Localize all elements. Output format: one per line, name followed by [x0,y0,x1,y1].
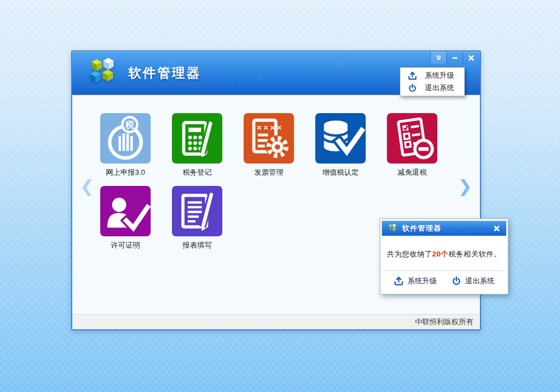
desktop-background: { "window": { "title": "软件管理器", "control… [0,0,560,392]
menu-item-label: 退出系统 [425,83,454,93]
software-manager-dialog: 软件管理器 共为您收纳了20个税务相关软件。 系统升级 退出系统 [380,219,508,294]
titlebar: 软件管理器 系统升级 [72,52,480,95]
app-label: 网上申报3.0 [100,167,151,178]
dialog-message: 共为您收纳了20个税务相关软件。 [382,236,506,270]
upgrade-upload-icon [408,71,417,81]
app-vat-determination[interactable]: 增值税认定 [315,113,366,178]
message-prefix: 共为您收纳了 [387,250,432,258]
app-label: 减免退税 [387,167,437,178]
menu-item-exit-system[interactable]: 退出系统 [400,82,464,94]
power-icon [408,83,417,93]
checklist-minus-icon[interactable] [387,113,437,164]
calculator-pen-icon[interactable] [172,113,222,164]
app-invoice-management[interactable]: ×××× 发票管理 [244,113,294,178]
app-label: 报表填写 [172,240,222,250]
menu-chevron-icon[interactable] [430,52,446,64]
app-label: 许可证明 [100,240,151,250]
dialog-titlebar: 软件管理器 [382,221,506,236]
close-icon[interactable] [463,52,479,64]
app-online-declaration[interactable]: 税 网上申报3.0 [100,113,151,178]
button-label: 退出系统 [465,276,494,286]
window-title: 软件管理器 [128,64,201,82]
window-controls [430,52,479,64]
button-label: 系统升级 [408,276,437,286]
message-suffix: 税务相关软件。 [449,250,502,258]
dialog-footer: 系统升级 退出系统 [382,270,506,292]
copyright-text: 中联恒利版权所有 [415,317,473,327]
svg-text:××××: ×××× [256,123,283,132]
app-license-certificate[interactable]: 许可证明 [100,186,151,250]
dialog-close-icon[interactable] [492,223,502,234]
upgrade-upload-icon [394,276,404,286]
app-report-filling[interactable]: 报表填写 [172,186,222,250]
dialog-title: 软件管理器 [402,223,441,234]
app-label: 发票管理 [244,167,294,178]
person-check-icon[interactable] [100,186,151,236]
app-logo-icon [85,57,119,90]
app-tax-registration[interactable]: 税务登记 [172,113,222,178]
app-label: 增值税认定 [315,167,366,178]
menu-item-label: 系统升级 [425,71,454,81]
sparkle-decoration [257,73,264,83]
app-logo-mini-icon [386,223,398,234]
database-check-icon[interactable] [315,113,366,164]
menu-item-system-upgrade[interactable]: 系统升级 [400,69,464,82]
window-footer: 中联恒利版权所有 [72,314,480,329]
power-icon [451,276,461,286]
invoice-gear-icon[interactable]: ×××× [244,113,294,164]
tax-emblem-icon[interactable]: 税 [100,113,151,164]
sparkle-decoration [335,58,346,73]
prev-page-icon[interactable]: ❮ [80,178,94,195]
svg-text:税: 税 [125,120,134,130]
app-label: 税务登记 [172,167,222,178]
minimize-icon[interactable] [446,52,463,64]
message-count: 20个 [432,250,449,258]
titlebar-dropdown-menu: 系统升级 退出系统 [400,67,465,96]
next-page-icon[interactable]: ❯ [458,178,472,195]
exit-system-button[interactable]: 退出系统 [451,276,494,286]
app-tax-reduction-refund[interactable]: 减免退税 [387,113,437,178]
system-upgrade-button[interactable]: 系统升级 [394,276,437,286]
report-pen-icon[interactable] [172,186,222,236]
